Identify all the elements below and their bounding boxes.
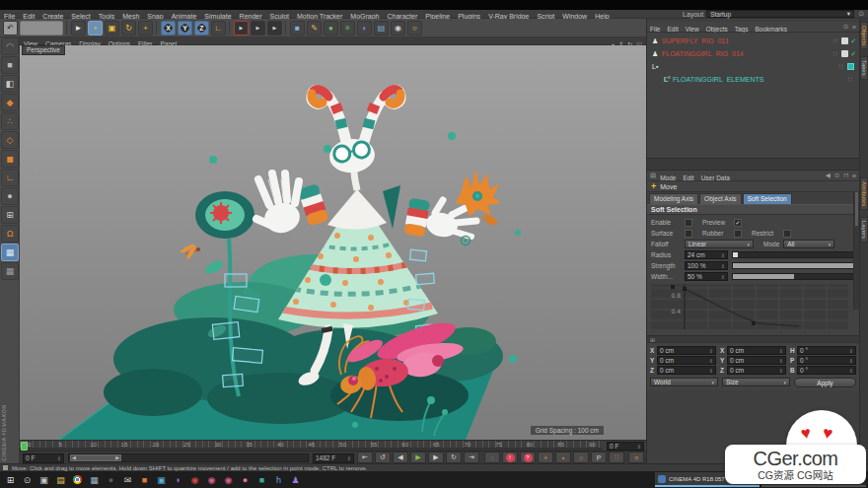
tab-object-axis[interactable]: Object Axis bbox=[699, 193, 742, 204]
width-field[interactable]: 50 %⇕ bbox=[685, 272, 728, 281]
chrome-button[interactable] bbox=[69, 472, 86, 487]
rotation-field[interactable]: 0 °⇕ bbox=[797, 356, 856, 365]
file-explorer-button[interactable]: ▤ bbox=[52, 472, 69, 487]
make-editable-button[interactable]: ◠ bbox=[1, 37, 19, 55]
viewport-canvas[interactable]: Perspective Grid Spacing : 100 cm bbox=[20, 45, 646, 440]
app-pink-circle-1[interactable]: ◉ bbox=[203, 472, 220, 487]
app-pink-circle-2[interactable]: ◉ bbox=[220, 472, 237, 487]
falloff-curve-editor[interactable]: 0.8 0.4 bbox=[647, 282, 859, 335]
app-h[interactable]: h bbox=[270, 472, 287, 487]
object-floatinggirl-elements[interactable]: L° C_FLOATINGGIRL_ELEMENTS ∶∶ ✓ bbox=[647, 73, 859, 86]
tab-soft-selection[interactable]: Soft Selection bbox=[743, 193, 792, 204]
spinner-icon[interactable]: ⇕ bbox=[55, 455, 61, 461]
record-keyframe-button[interactable]: ◌ bbox=[484, 452, 500, 463]
app-photos[interactable]: ▣ bbox=[153, 472, 170, 487]
key-rotation-toggle[interactable]: ○ bbox=[573, 452, 589, 463]
object-tag-icon[interactable] bbox=[841, 50, 848, 57]
search-button[interactable]: ⊙ bbox=[19, 472, 36, 487]
range-start-field[interactable]: 0 F⇕ bbox=[23, 453, 64, 463]
selection-tag-icon[interactable] bbox=[847, 63, 854, 70]
mode-dropdown[interactable]: All▾ bbox=[783, 240, 834, 248]
side-tab-objects[interactable]: Objects bbox=[860, 22, 868, 49]
autokey-selection-button[interactable]: ? bbox=[520, 452, 536, 463]
soft-selection-section-header[interactable]: Soft Selection bbox=[647, 204, 859, 215]
key-position-toggle[interactable]: + bbox=[538, 452, 553, 463]
strength-slider[interactable] bbox=[732, 262, 855, 269]
check-tag-icon[interactable]: ✓ bbox=[850, 37, 856, 45]
app-red-swirl[interactable]: ◉ bbox=[186, 472, 203, 487]
viewport-perspective-tab[interactable]: Perspective bbox=[22, 45, 65, 55]
app-orange[interactable]: ■ bbox=[136, 472, 153, 487]
tab-modeling-axis[interactable]: Modeling Axis bbox=[649, 193, 698, 204]
toolbar-divider[interactable] bbox=[285, 21, 287, 35]
undo-button[interactable]: ↶ bbox=[3, 21, 18, 35]
object-superfly-rig[interactable]: ♟ SUPERFLY_RIG_011 ∶∶ ✓ bbox=[647, 35, 859, 47]
object-manager-menu-item[interactable]: Tags bbox=[735, 26, 749, 33]
history-back-icon[interactable]: ◀ bbox=[826, 172, 831, 179]
side-tab-takes[interactable]: Takes bbox=[860, 56, 868, 80]
radius-slider[interactable] bbox=[732, 251, 855, 258]
visibility-dots[interactable]: ∶∶ bbox=[838, 63, 844, 71]
layout-select[interactable]: Startup▾ bbox=[706, 10, 854, 18]
task-view-button[interactable]: ▣ bbox=[36, 472, 52, 487]
key-scale-toggle[interactable]: ▪ bbox=[555, 452, 571, 463]
toolbar-divider[interactable] bbox=[229, 21, 231, 35]
model-mode-button[interactable]: ■ bbox=[1, 56, 19, 74]
check-tag-icon[interactable]: ✓ bbox=[850, 50, 856, 58]
add-spline-button[interactable]: ✎ bbox=[307, 21, 322, 35]
texture-mode-button[interactable]: ◧ bbox=[1, 75, 19, 93]
visibility-dots[interactable]: ∶∶ bbox=[847, 76, 853, 84]
width-slider[interactable] bbox=[732, 273, 855, 280]
autokey-button[interactable]: ! bbox=[502, 452, 518, 463]
app-purple-chat[interactable]: ◗ bbox=[170, 472, 186, 487]
preview-range-scrollbar[interactable]: ◀▶ bbox=[68, 453, 309, 462]
rotation-field[interactable]: 0 °⇕ bbox=[797, 346, 856, 355]
restrict-checkbox[interactable] bbox=[783, 230, 791, 238]
attribute-menu-item[interactable]: Edit bbox=[683, 174, 693, 181]
add-subdivision-surface-button[interactable]: ● bbox=[324, 21, 338, 35]
render-settings-button[interactable]: ▶ bbox=[267, 21, 282, 35]
object-manager-menu-item[interactable]: Bookmarks bbox=[755, 26, 787, 33]
spinner-icon[interactable]: ⇕ bbox=[345, 455, 351, 461]
size-field[interactable]: 0 cm⇕ bbox=[727, 356, 786, 365]
current-frame-field[interactable]: 0 F⇕ bbox=[607, 442, 644, 451]
play-button[interactable]: ▶ bbox=[410, 452, 426, 463]
falloff-dropdown[interactable]: Linear▾ bbox=[685, 240, 754, 248]
object-name[interactable]: C_FLOATINGGIRL_ELEMENTS bbox=[664, 76, 847, 83]
menu-burger-icon[interactable]: ≡ bbox=[852, 173, 856, 179]
add-light-button[interactable]: ○ bbox=[407, 21, 422, 35]
timeline-ruler[interactable]: 051015202530354045505560657075808590 0 F… bbox=[20, 440, 646, 451]
app-pink[interactable]: ● bbox=[237, 472, 253, 487]
visibility-dots[interactable]: ∶∶ bbox=[832, 50, 838, 58]
search-icon[interactable]: ⊙ bbox=[858, 10, 864, 18]
size-field[interactable]: 0 cm⇕ bbox=[727, 346, 786, 355]
panel-icon[interactable]: ▤ bbox=[650, 172, 656, 179]
goto-start-button[interactable]: ⇤ bbox=[357, 452, 373, 463]
surface-checkbox[interactable] bbox=[685, 230, 692, 238]
object-null[interactable]: L▪ ∶∶ ✓ bbox=[647, 60, 859, 73]
object-floatinggirl-rig[interactable]: ♟ FLOATINGGIRL_RIG_014 ∶∶ ✓ bbox=[647, 47, 859, 60]
app-mail[interactable]: ✉ bbox=[119, 472, 136, 487]
texture-axis-mode-button[interactable]: ◆ bbox=[1, 94, 19, 111]
size-field[interactable]: 0 cm⇕ bbox=[727, 366, 786, 375]
coordinate-space-dropdown[interactable]: World▾ bbox=[650, 378, 718, 386]
side-tab-attributes[interactable]: Attributes bbox=[860, 177, 868, 210]
enable-axis-button[interactable]: ∟ bbox=[1, 169, 19, 186]
object-name[interactable]: SUPERFLY_RIG_011 bbox=[662, 37, 832, 44]
strength-field[interactable]: 100 %⇕ bbox=[685, 261, 728, 270]
start-button[interactable]: ⊞ bbox=[2, 472, 19, 487]
key-parameter-toggle[interactable]: P bbox=[591, 452, 607, 463]
search-icon[interactable]: ⊙ bbox=[843, 23, 848, 31]
app-calendar[interactable]: ▦ bbox=[86, 472, 103, 487]
range-end-field[interactable]: 1482 F⇕ bbox=[313, 453, 354, 463]
previous-frame-button[interactable]: ◀ bbox=[393, 452, 408, 463]
play-backwards-button[interactable]: ↺ bbox=[375, 452, 391, 463]
object-manager-menu-item[interactable]: View bbox=[686, 26, 699, 33]
key-pla-toggle[interactable]: ∷ bbox=[609, 452, 624, 463]
next-frame-button[interactable]: ▶ bbox=[428, 452, 444, 463]
side-tab-layers[interactable]: Layers bbox=[860, 217, 868, 243]
edges-mode-button[interactable]: ◇ bbox=[1, 131, 19, 149]
search-icon[interactable]: ⊙ bbox=[834, 172, 839, 179]
goto-end-button[interactable]: ⇥ bbox=[464, 452, 479, 463]
coordinate-system-toggle[interactable]: ∟ bbox=[211, 21, 226, 35]
